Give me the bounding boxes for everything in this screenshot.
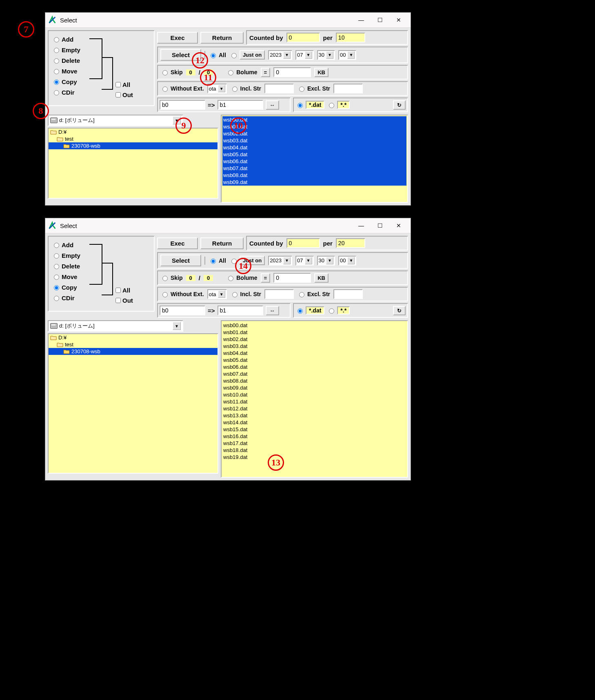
radio-all[interactable]: All <box>209 52 226 58</box>
eq-button[interactable]: = <box>261 68 271 77</box>
radio-all[interactable]: All <box>209 257 226 264</box>
file-item[interactable]: wsb09.dat <box>223 384 406 391</box>
tree-item[interactable]: test <box>49 135 218 142</box>
radio-incl-str[interactable]: Incl. Str <box>230 85 261 92</box>
file-item[interactable]: wsb01.dat <box>222 123 406 130</box>
file-item[interactable]: wsb19.dat <box>223 454 406 461</box>
file-item[interactable]: wsb00.dat <box>222 116 406 123</box>
tree-item[interactable]: D:¥ <box>49 334 218 341</box>
eq-button[interactable]: = <box>261 273 271 283</box>
kb-button[interactable]: KB <box>314 68 329 77</box>
counted-by-input[interactable] <box>286 33 320 42</box>
file-item[interactable]: wsb02.dat <box>223 336 406 343</box>
file-item[interactable]: wsb16.dat <box>223 433 406 440</box>
radio-skip[interactable]: Skip <box>160 69 183 75</box>
file-item[interactable]: wsb12.dat <box>223 405 406 412</box>
ext-dropdown[interactable]: ota▼ <box>207 289 227 299</box>
maximize-button[interactable]: ☐ <box>371 219 389 232</box>
file-item[interactable]: wsb11.dat <box>223 398 406 405</box>
bolume-input[interactable] <box>273 67 311 77</box>
file-item[interactable]: wsb05.dat <box>222 151 406 158</box>
file-item[interactable]: wsb09.dat <box>222 179 406 186</box>
check-out[interactable]: Out <box>114 91 133 99</box>
chevron-down-icon[interactable]: ▼ <box>326 51 333 59</box>
kb-button[interactable]: KB <box>314 273 329 283</box>
file-item[interactable]: wsb13.dat <box>223 412 406 419</box>
folder-tree[interactable]: D:¥test230708-wsb <box>48 128 218 199</box>
chevron-down-icon[interactable]: ▼ <box>218 85 225 92</box>
filter-all[interactable]: *.* <box>327 101 350 109</box>
refresh-button[interactable]: ↻ <box>393 100 406 110</box>
day-dropdown[interactable]: 30▼ <box>317 50 335 60</box>
radio-bolume[interactable]: Bolume <box>226 275 257 281</box>
return-button[interactable]: Return <box>200 32 244 44</box>
radio-juston[interactable]: Just on <box>229 50 265 60</box>
tree-item[interactable]: 230708-wsb <box>49 348 218 355</box>
radio-skip[interactable]: Skip <box>160 275 183 281</box>
year-dropdown[interactable]: 2023▼ <box>268 50 292 60</box>
radio-excl-str[interactable]: Excl. Str <box>297 291 330 297</box>
file-item[interactable]: wsb04.dat <box>222 144 406 151</box>
file-list[interactable]: wsb00.datwsb01.datwsb02.datwsb03.datwsb0… <box>221 320 408 478</box>
select-button[interactable]: Select <box>160 255 201 266</box>
minimize-button[interactable]: — <box>352 14 371 26</box>
file-item[interactable]: wsb14.dat <box>223 419 406 426</box>
file-item[interactable]: wsb17.dat <box>223 440 406 447</box>
swap-button[interactable]: ↔ <box>266 306 279 315</box>
chevron-down-icon[interactable]: ▼ <box>283 51 291 59</box>
chevron-down-icon[interactable]: ▼ <box>305 51 312 59</box>
chevron-down-icon[interactable]: ▼ <box>347 51 355 59</box>
file-item[interactable]: wsb03.dat <box>222 137 406 144</box>
tree-item[interactable]: 230708-wsb <box>49 142 218 149</box>
file-item[interactable]: wsb05.dat <box>223 357 406 363</box>
file-item[interactable]: wsb02.dat <box>222 130 406 137</box>
month-dropdown[interactable]: 07▼ <box>295 50 313 60</box>
titlebar[interactable]: Select — ☐ ✕ <box>45 218 411 233</box>
file-item[interactable]: wsb18.dat <box>223 447 406 454</box>
file-item[interactable]: wsb03.dat <box>223 343 406 350</box>
chevron-down-icon[interactable]: ▼ <box>218 290 225 298</box>
incl-str-input[interactable] <box>264 84 294 93</box>
file-list[interactable]: wsb00.datwsb01.datwsb02.datwsb03.datwsb0… <box>221 115 408 203</box>
close-button[interactable]: ✕ <box>389 14 408 26</box>
year-dropdown[interactable]: 2023▼ <box>268 256 292 266</box>
minimize-button[interactable]: — <box>352 219 371 232</box>
bolume-input[interactable] <box>273 273 311 283</box>
mode-cdir[interactable]: CDir <box>52 293 151 303</box>
swap-button[interactable]: ↔ <box>266 100 279 110</box>
file-item[interactable]: wsb01.dat <box>223 329 406 336</box>
filter-dat[interactable]: *.dat <box>295 306 324 315</box>
folder-tree[interactable]: D:¥test230708-wsb <box>48 333 218 474</box>
per-input[interactable] <box>336 33 365 42</box>
radio-without-ext[interactable]: Without Ext. <box>160 85 204 92</box>
rename-to-input[interactable] <box>218 100 263 110</box>
per-input[interactable] <box>336 238 365 248</box>
file-item[interactable]: wsb06.dat <box>223 363 406 370</box>
chevron-down-icon[interactable]: ▼ <box>305 257 312 264</box>
counted-by-input[interactable] <box>286 238 320 248</box>
radio-incl-str[interactable]: Incl. Str <box>230 291 261 297</box>
close-button[interactable]: ✕ <box>389 219 408 232</box>
drive-dropdown[interactable]: d: [ボリューム] ▼ <box>48 320 183 332</box>
excl-str-input[interactable] <box>333 289 363 299</box>
chevron-down-icon[interactable]: ▼ <box>326 257 333 264</box>
return-button[interactable]: Return <box>200 237 244 249</box>
file-item[interactable]: wsb07.dat <box>222 165 406 172</box>
file-item[interactable]: wsb06.dat <box>222 158 406 165</box>
radio-excl-str[interactable]: Excl. Str <box>297 85 330 92</box>
exec-button[interactable]: Exec <box>157 237 198 249</box>
maximize-button[interactable]: ☐ <box>371 14 389 26</box>
file-item[interactable]: wsb08.dat <box>223 377 406 384</box>
mode-cdir[interactable]: CDir <box>52 87 151 97</box>
hour-dropdown[interactable]: 00▼ <box>338 256 356 266</box>
rename-from-input[interactable] <box>160 100 205 110</box>
exec-button[interactable]: Exec <box>157 32 198 44</box>
filter-dat[interactable]: *.dat <box>295 101 324 109</box>
chevron-down-icon[interactable]: ▼ <box>283 257 291 264</box>
tree-item[interactable]: D:¥ <box>49 128 218 135</box>
file-item[interactable]: wsb10.dat <box>223 391 406 398</box>
excl-str-input[interactable] <box>333 84 363 93</box>
rename-to-input[interactable] <box>218 306 263 315</box>
file-item[interactable]: wsb15.dat <box>223 426 406 433</box>
incl-str-input[interactable] <box>264 289 294 299</box>
